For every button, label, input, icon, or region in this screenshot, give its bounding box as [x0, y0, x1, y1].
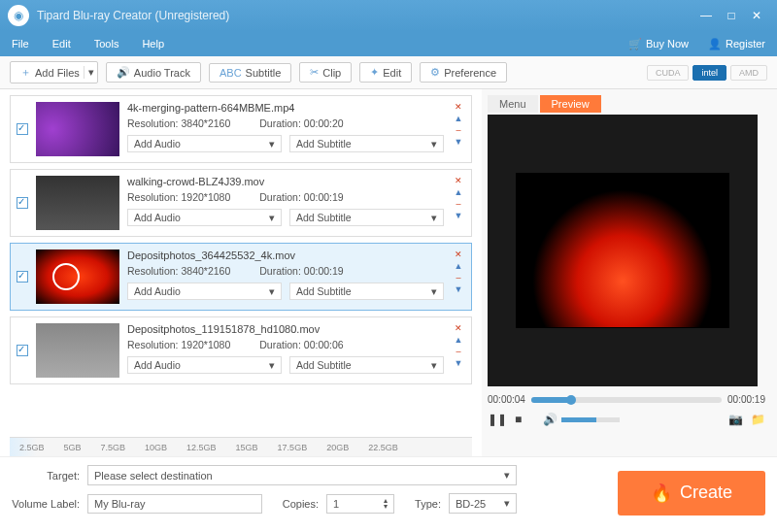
- remove-icon[interactable]: ✕: [455, 102, 462, 112]
- tab-preview[interactable]: Preview: [540, 95, 601, 113]
- tab-menu[interactable]: Menu: [488, 95, 538, 113]
- current-time: 00:00:04: [488, 394, 525, 405]
- edit-icon: ✦: [370, 66, 379, 79]
- app-logo-icon: ◉: [8, 5, 29, 26]
- move-down-icon[interactable]: ▼: [455, 284, 463, 294]
- add-audio-dropdown[interactable]: Add Audio▾: [127, 135, 282, 152]
- audio-track-button[interactable]: 🔊Audio Track: [106, 62, 201, 83]
- remove-icon[interactable]: ✕: [455, 249, 462, 259]
- file-name: walking-crowd-BLZ4J39.mov: [127, 176, 444, 187]
- file-name: 4k-merging-pattern-664MBME.mp4: [127, 102, 444, 114]
- stop-button[interactable]: ■: [515, 413, 522, 426]
- register-link[interactable]: 👤 Register: [708, 38, 765, 50]
- gpu-badge-cuda: CUDA: [647, 65, 690, 81]
- preview-image: [516, 173, 729, 328]
- add-audio-dropdown[interactable]: Add Audio▾: [127, 283, 282, 300]
- copies-label: Copies:: [270, 498, 319, 510]
- titlebar: ◉ Tipard Blu-ray Creator (Unregistered) …: [0, 0, 777, 31]
- add-subtitle-dropdown[interactable]: Add Subtitle▾: [289, 135, 444, 152]
- file-checkbox[interactable]: [17, 345, 28, 356]
- buy-now-link[interactable]: 🛒 Buy Now: [628, 38, 689, 50]
- add-subtitle-dropdown[interactable]: Add Subtitle▾: [289, 283, 444, 300]
- file-checkbox[interactable]: [17, 123, 28, 135]
- target-label: Target:: [12, 470, 80, 482]
- toolbar: ＋Add Files▾ 🔊Audio Track ABCSubtitle ✂Cl…: [0, 56, 777, 89]
- preview-box: [488, 115, 758, 386]
- pause-button[interactable]: ❚❚: [488, 413, 507, 426]
- minimize-button[interactable]: —: [693, 6, 719, 25]
- size-ruler: 2.5GB5GB7.5GB10GB12.5GB15GB17.5GB20GB22.…: [10, 437, 472, 456]
- seek-bar[interactable]: [531, 397, 722, 403]
- scissors-icon: ✂: [310, 66, 319, 79]
- volume-slider[interactable]: [561, 417, 620, 422]
- menu-file[interactable]: File: [12, 38, 29, 50]
- flame-icon: 🔥: [651, 482, 672, 504]
- file-name: Depositphotos_119151878_hd1080.mov: [127, 323, 444, 335]
- gpu-badge-intel: intel: [693, 65, 726, 81]
- add-subtitle-dropdown[interactable]: Add Subtitle▾: [289, 209, 444, 226]
- file-item[interactable]: 4k-merging-pattern-664MBME.mp4 Resolutio…: [10, 95, 472, 163]
- file-checkbox[interactable]: [17, 197, 28, 209]
- add-audio-dropdown[interactable]: Add Audio▾: [127, 356, 282, 374]
- volume-icon[interactable]: 🔊: [543, 413, 557, 426]
- subtitle-icon: ABC: [220, 67, 242, 79]
- bottom-bar: Target: Please select destination▾ Volum…: [0, 456, 777, 528]
- file-name: Depositphotos_364425532_4k.mov: [127, 249, 444, 261]
- move-up-icon[interactable]: ▲: [455, 114, 463, 123]
- type-select[interactable]: BD-25▾: [449, 493, 517, 514]
- volume-label-input[interactable]: My Blu-ray: [87, 494, 262, 514]
- left-panel: 4k-merging-pattern-664MBME.mp4 Resolutio…: [0, 89, 482, 456]
- menubar: File Edit Tools Help 🛒 Buy Now 👤 Registe…: [0, 31, 777, 56]
- move-down-icon[interactable]: ▼: [455, 211, 463, 220]
- gear-icon: ⚙: [430, 66, 440, 79]
- move-up-icon[interactable]: ▲: [455, 335, 463, 345]
- subtitle-button[interactable]: ABCSubtitle: [209, 63, 291, 83]
- create-button[interactable]: 🔥 Create: [618, 471, 765, 515]
- file-thumbnail: [36, 176, 119, 230]
- move-up-icon[interactable]: ▲: [455, 187, 463, 197]
- close-button[interactable]: ✕: [744, 6, 769, 25]
- plus-icon: ＋: [20, 65, 31, 80]
- menu-edit[interactable]: Edit: [52, 38, 71, 50]
- file-item[interactable]: Depositphotos_119151878_hd1080.mov Resol…: [10, 316, 472, 384]
- clip-button[interactable]: ✂Clip: [299, 62, 352, 83]
- speaker-icon: 🔊: [117, 66, 130, 79]
- file-item[interactable]: Depositphotos_364425532_4k.mov Resolutio…: [10, 243, 472, 311]
- move-up-icon[interactable]: ▲: [455, 261, 463, 271]
- volume-label-label: Volume Label:: [12, 498, 80, 510]
- target-select[interactable]: Please select destination▾: [87, 465, 517, 485]
- edit-button[interactable]: ✦Edit: [359, 62, 412, 83]
- file-thumbnail: [36, 249, 119, 304]
- file-thumbnail: [36, 102, 119, 156]
- menu-help[interactable]: Help: [142, 38, 164, 50]
- snapshot-button[interactable]: 📷: [728, 413, 743, 426]
- file-checkbox[interactable]: [17, 271, 28, 283]
- add-audio-dropdown[interactable]: Add Audio▾: [127, 209, 282, 226]
- right-panel: Menu Preview 00:00:04 00:00:19 ❚❚ ■ 🔊 📷: [482, 89, 777, 456]
- type-label: Type:: [402, 498, 441, 510]
- move-down-icon[interactable]: ▼: [455, 358, 463, 368]
- gpu-badge-amd: AMD: [730, 65, 767, 81]
- folder-button[interactable]: 📁: [751, 413, 765, 426]
- add-subtitle-dropdown[interactable]: Add Subtitle▾: [289, 356, 444, 374]
- app-title: Tipard Blu-ray Creator (Unregistered): [37, 9, 693, 22]
- remove-icon[interactable]: ✕: [455, 176, 462, 185]
- file-item[interactable]: walking-crowd-BLZ4J39.mov Resolution: 19…: [10, 169, 472, 237]
- file-list: 4k-merging-pattern-664MBME.mp4 Resolutio…: [10, 95, 472, 437]
- copies-stepper[interactable]: 1▴▾: [326, 494, 394, 514]
- menu-tools[interactable]: Tools: [94, 38, 119, 50]
- maximize-button[interactable]: □: [719, 6, 744, 25]
- add-files-button[interactable]: ＋Add Files▾: [10, 61, 98, 83]
- total-time: 00:00:19: [727, 394, 765, 405]
- file-thumbnail: [36, 323, 119, 378]
- move-down-icon[interactable]: ▼: [455, 137, 463, 147]
- preference-button[interactable]: ⚙Preference: [420, 62, 507, 83]
- remove-icon[interactable]: ✕: [455, 323, 462, 333]
